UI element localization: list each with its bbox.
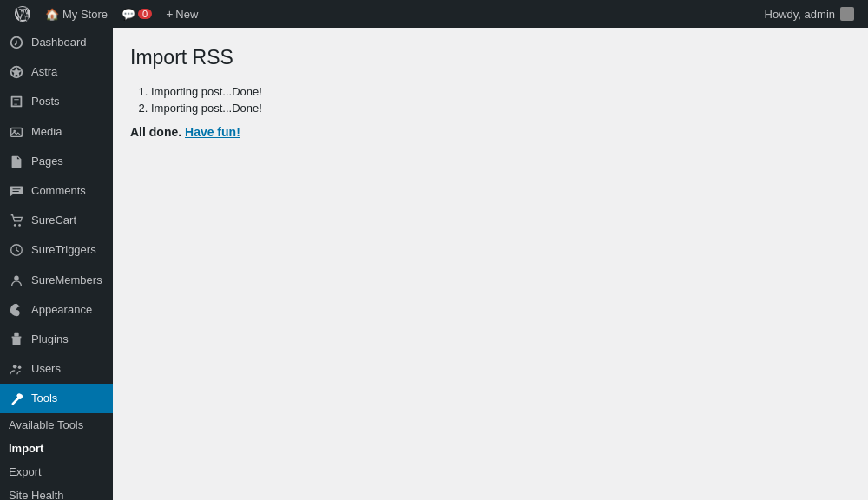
svg-point-4	[18, 224, 21, 227]
astra-icon	[9, 64, 24, 80]
appearance-icon	[9, 302, 24, 318]
howdy-text[interactable]: Howdy, admin	[758, 7, 861, 21]
tools-icon	[9, 391, 24, 406]
sidebar-item-suremembers[interactable]: SureMembers	[0, 266, 113, 295]
svg-point-9	[18, 366, 22, 370]
submenu-site-health[interactable]: Site Health	[0, 484, 113, 500]
svg-point-6	[14, 275, 18, 280]
comments-nav-icon	[9, 183, 24, 199]
sidebar-label-comments: Comments	[31, 183, 86, 199]
sidebar-item-surecart[interactable]: SureCart	[0, 206, 113, 235]
admin-bar: 🏠 My Store 💬 0 + New Howdy, admin	[0, 0, 868, 28]
sidebar-label-users: Users	[31, 361, 61, 377]
wp-logo-icon	[14, 5, 31, 23]
new-content-button[interactable]: + New	[159, 0, 205, 28]
sidebar-item-appearance[interactable]: Appearance	[0, 295, 113, 325]
sidebar: Dashboard Astra Posts Media Pages	[0, 28, 113, 500]
suremembers-icon	[9, 273, 24, 288]
sidebar-label-dashboard: Dashboard	[31, 35, 87, 50]
import-results-list: Importing post...Done! Importing post...…	[151, 85, 851, 115]
submenu-export[interactable]: Export	[0, 460, 113, 484]
all-done-text: All done.	[130, 125, 181, 139]
tools-submenu: Available Tools Import Export Site Healt…	[0, 413, 113, 500]
svg-point-8	[13, 365, 17, 369]
sidebar-label-astra: Astra	[31, 64, 57, 80]
import-step-1: Importing post...Done!	[151, 85, 851, 98]
avatar	[840, 7, 854, 21]
sidebar-label-pages: Pages	[31, 154, 63, 169]
sidebar-label-suretriggers: SureTriggers	[31, 242, 96, 258]
sidebar-label-tools: Tools	[31, 391, 57, 406]
comments-count: 0	[138, 9, 152, 19]
sidebar-item-suretriggers[interactable]: SureTriggers	[0, 235, 113, 265]
site-name-button[interactable]: 🏠 My Store	[38, 0, 115, 28]
plus-icon: +	[166, 7, 173, 21]
svg-point-3	[14, 224, 16, 227]
submenu-available-tools[interactable]: Available Tools	[0, 413, 113, 437]
sidebar-item-plugins[interactable]: Plugins	[0, 325, 113, 354]
have-fun-link[interactable]: Have fun!	[185, 125, 240, 139]
dashboard-icon	[9, 35, 24, 50]
plugins-icon	[9, 332, 24, 347]
sidebar-label-posts: Posts	[31, 94, 60, 109]
sidebar-item-media[interactable]: Media	[0, 117, 113, 147]
sidebar-item-users[interactable]: Users	[0, 354, 113, 384]
sidebar-label-appearance: Appearance	[31, 302, 92, 318]
comments-button[interactable]: 💬 0	[115, 0, 159, 28]
sidebar-label-suremembers: SureMembers	[31, 273, 102, 288]
posts-icon	[9, 94, 24, 109]
users-icon	[9, 361, 24, 377]
sidebar-item-tools[interactable]: Tools	[0, 384, 113, 413]
media-icon	[9, 124, 24, 140]
sidebar-item-astra[interactable]: Astra	[0, 57, 113, 87]
all-done-paragraph: All done. Have fun!	[130, 125, 851, 139]
sidebar-label-plugins: Plugins	[31, 332, 69, 347]
comment-icon: 💬	[122, 8, 135, 21]
suretriggers-icon	[9, 242, 24, 258]
submenu-import[interactable]: Import	[0, 437, 113, 460]
page-title: Import RSS	[130, 45, 851, 71]
sidebar-label-media: Media	[31, 124, 62, 140]
sidebar-item-posts[interactable]: Posts	[0, 87, 113, 116]
surecart-icon	[9, 213, 24, 228]
import-step-2: Importing post...Done!	[151, 102, 851, 115]
sidebar-label-surecart: SureCart	[31, 213, 76, 228]
sidebar-item-dashboard[interactable]: Dashboard	[0, 28, 113, 57]
pages-icon	[9, 154, 24, 169]
site-name-label: My Store	[62, 8, 108, 21]
new-label: New	[175, 8, 198, 21]
sidebar-item-pages[interactable]: Pages	[0, 147, 113, 176]
main-content: Import RSS Importing post...Done! Import…	[113, 28, 868, 500]
home-icon: 🏠	[45, 8, 59, 21]
svg-rect-7	[14, 333, 18, 337]
wp-logo-button[interactable]	[7, 0, 38, 28]
sidebar-item-comments[interactable]: Comments	[0, 176, 113, 206]
